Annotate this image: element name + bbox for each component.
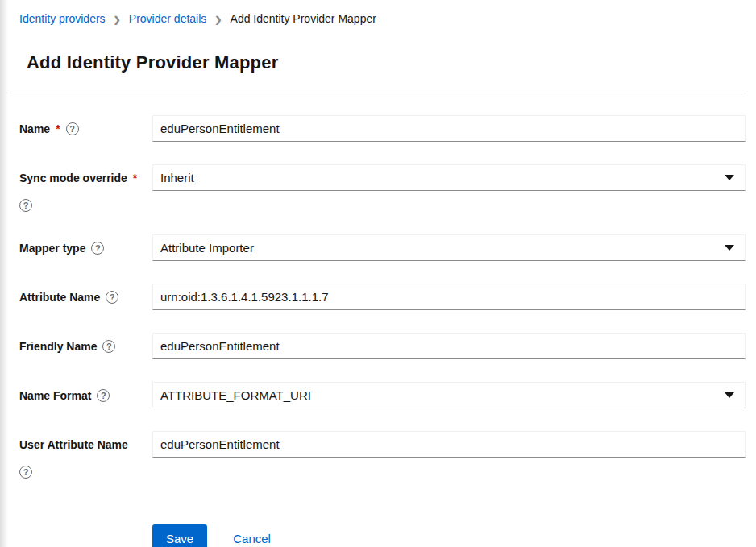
sync-mode-override-value: Inherit — [160, 171, 194, 184]
breadcrumb-identity-providers[interactable]: Identity providers — [19, 10, 106, 27]
add-idp-mapper-page: Identity providers ❯ Provider details ❯ … — [0, 0, 756, 547]
caret-down-icon — [725, 392, 734, 398]
title-divider — [10, 93, 746, 93]
attribute-name-input[interactable] — [152, 284, 746, 310]
form-row-name-format: Name Format ? ATTRIBUTE_FORMAT_URI — [19, 382, 746, 408]
help-icon[interactable]: ? — [91, 242, 104, 255]
name-format-value: ATTRIBUTE_FORMAT_URI — [160, 388, 311, 402]
name-label: Name — [19, 122, 50, 135]
help-icon[interactable]: ? — [102, 340, 115, 353]
cancel-button[interactable]: Cancel — [233, 532, 271, 545]
save-button[interactable]: Save — [152, 524, 207, 547]
mapper-type-select[interactable]: Attribute Importer — [152, 234, 746, 261]
required-asterisk: * — [133, 172, 137, 184]
mapper-form: Name * ? Sync mode override * ? Inherit — [19, 115, 746, 547]
form-row-friendly-name: Friendly Name ? — [19, 333, 746, 359]
help-icon[interactable]: ? — [66, 122, 79, 135]
breadcrumb-current: Add Identity Provider Mapper — [231, 10, 376, 27]
name-format-select[interactable]: ATTRIBUTE_FORMAT_URI — [152, 382, 746, 408]
form-row-user-attribute-name: User Attribute Name ? — [19, 431, 746, 479]
breadcrumb-provider-details[interactable]: Provider details — [129, 10, 207, 27]
name-input[interactable] — [152, 115, 746, 142]
form-row-name: Name * ? — [19, 115, 746, 142]
attribute-name-label: Attribute Name — [19, 291, 100, 304]
page-title: Add Identity Provider Mapper — [27, 52, 746, 74]
form-row-attribute-name: Attribute Name ? — [19, 284, 746, 310]
chevron-right-icon: ❯ — [214, 11, 222, 27]
mapper-type-label: Mapper type — [19, 242, 85, 255]
user-attribute-name-label: User Attribute Name — [19, 438, 128, 451]
sync-mode-override-select[interactable]: Inherit — [152, 164, 746, 191]
help-icon[interactable]: ? — [19, 199, 32, 212]
caret-down-icon — [725, 175, 734, 180]
chevron-right-icon: ❯ — [114, 11, 121, 27]
friendly-name-label: Friendly Name — [19, 340, 97, 353]
sync-mode-override-label: Sync mode override — [19, 172, 127, 184]
form-row-mapper-type: Mapper type ? Attribute Importer — [19, 234, 746, 261]
mapper-type-value: Attribute Importer — [160, 241, 254, 255]
name-format-label: Name Format — [19, 389, 91, 402]
help-icon[interactable]: ? — [97, 389, 110, 402]
required-asterisk: * — [56, 122, 60, 135]
help-icon[interactable]: ? — [106, 291, 118, 304]
friendly-name-input[interactable] — [152, 333, 746, 359]
user-attribute-name-input[interactable] — [152, 431, 746, 458]
breadcrumb: Identity providers ❯ Provider details ❯ … — [19, 10, 746, 27]
form-row-sync-mode-override: Sync mode override * ? Inherit — [19, 164, 746, 212]
caret-down-icon — [725, 245, 734, 251]
form-actions: Save Cancel — [152, 524, 746, 547]
help-icon[interactable]: ? — [19, 466, 32, 479]
